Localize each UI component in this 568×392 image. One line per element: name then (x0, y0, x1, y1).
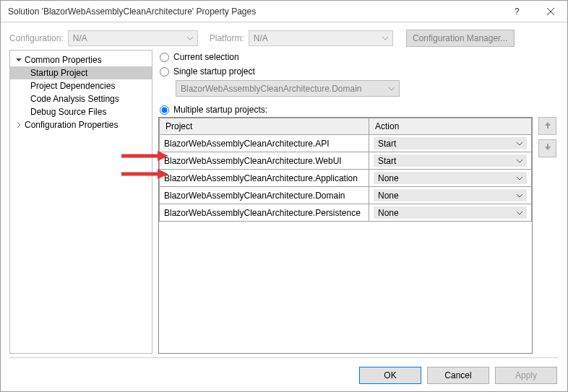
platform-label: Platform: (210, 33, 244, 43)
tree-item-project-dependencies[interactable]: Project Dependencies (10, 79, 152, 92)
chevron-down-icon (382, 33, 388, 43)
col-header-action[interactable]: Action (369, 118, 532, 135)
action-value: Start (378, 139, 396, 149)
platform-combo: N/A (249, 30, 393, 46)
action-combo[interactable]: None (374, 172, 527, 184)
action-combo[interactable]: None (374, 206, 527, 219)
radio-label: Single startup project (173, 66, 255, 77)
startup-projects-grid[interactable]: Project Action BlazorWebAssemblyCleanArc… (158, 117, 533, 354)
action-combo[interactable]: None (374, 189, 527, 201)
navigation-tree[interactable]: Common Properties Startup Project Projec… (9, 50, 152, 354)
radio-multiple-startup[interactable]: Multiple startup projects: (158, 103, 559, 117)
tree-item-label: Startup Project (29, 68, 87, 78)
expander-closed-icon[interactable] (14, 121, 23, 129)
single-startup-value: BlazorWebAssemblyCleanArchitecture.Domai… (181, 84, 362, 94)
platform-combo-value: N/A (254, 33, 268, 43)
tree-node-configproperties[interactable]: Configuration Properties (10, 118, 152, 131)
separator (9, 357, 559, 358)
cell-project[interactable]: BlazorWebAssemblyCleanArchitecture.API (160, 135, 369, 152)
cell-project[interactable]: BlazorWebAssemblyCleanArchitecture.Domai… (160, 187, 369, 204)
single-startup-combo: BlazorWebAssemblyCleanArchitecture.Domai… (176, 80, 400, 97)
window-title: Solution 'BlazorWebAssemblyCleanArchitec… (8, 6, 501, 17)
action-value: Start (378, 156, 396, 166)
chevron-down-icon (389, 84, 395, 94)
radio-input[interactable] (160, 53, 169, 62)
tree-item-debug-source[interactable]: Debug Source Files (10, 105, 152, 118)
configuration-label: Configuration: (9, 33, 64, 43)
radio-label: Multiple startup projects: (173, 105, 267, 115)
chevron-down-icon (517, 139, 522, 149)
tree-item-label: Code Analysis Settings (29, 94, 119, 104)
tree-node-label: Common Properties (23, 55, 102, 65)
chevron-down-icon (517, 173, 522, 183)
expander-open-icon[interactable] (14, 56, 23, 64)
cancel-label: Cancel (444, 370, 471, 380)
chevron-down-icon (517, 156, 522, 166)
apply-button: Apply (495, 367, 557, 384)
ok-button[interactable]: OK (359, 367, 421, 384)
radio-input[interactable] (160, 105, 169, 115)
configuration-manager-button: Configuration Manager... (406, 30, 515, 47)
col-header-project[interactable]: Project (160, 118, 369, 135)
action-value: None (378, 208, 399, 218)
table-row[interactable]: BlazorWebAssemblyCleanArchitecture.Persi… (160, 204, 532, 222)
close-button[interactable] (534, 1, 567, 22)
cancel-button[interactable]: Cancel (427, 367, 489, 384)
radio-current-selection[interactable]: Current selection (158, 50, 559, 64)
configuration-combo-value: N/A (73, 33, 87, 43)
tree-item-startup-project[interactable]: Startup Project (10, 66, 152, 79)
chevron-down-icon (517, 191, 522, 201)
tree-item-label: Project Dependencies (29, 81, 115, 91)
chevron-down-icon (517, 208, 522, 218)
cell-project[interactable]: BlazorWebAssemblyCleanArchitecture.WebUI (160, 152, 369, 170)
move-up-button[interactable] (538, 117, 556, 135)
configuration-manager-label: Configuration Manager... (413, 33, 507, 43)
table-row[interactable]: BlazorWebAssemblyCleanArchitecture.API S… (160, 135, 532, 152)
action-combo[interactable]: Start (374, 137, 527, 149)
tree-item-code-analysis[interactable]: Code Analysis Settings (10, 92, 152, 105)
cell-project[interactable]: BlazorWebAssemblyCleanArchitecture.Appli… (160, 170, 369, 187)
move-down-button[interactable] (538, 139, 556, 157)
action-value: None (378, 173, 399, 183)
radio-label: Current selection (173, 52, 239, 62)
table-row[interactable]: BlazorWebAssemblyCleanArchitecture.Domai… (160, 187, 532, 204)
table-row[interactable]: BlazorWebAssemblyCleanArchitecture.Appli… (160, 170, 532, 187)
apply-label: Apply (515, 370, 537, 380)
chevron-down-icon (187, 33, 193, 43)
arrow-down-icon (543, 143, 552, 154)
arrow-up-icon (543, 121, 552, 131)
tree-node-common[interactable]: Common Properties (10, 53, 152, 66)
table-row[interactable]: BlazorWebAssemblyCleanArchitecture.WebUI… (160, 152, 532, 170)
ok-label: OK (384, 370, 396, 380)
radio-input[interactable] (160, 67, 169, 77)
radio-single-startup[interactable]: Single startup project (158, 64, 559, 79)
help-button[interactable]: ? (501, 1, 534, 22)
action-value: None (378, 191, 399, 201)
cell-project[interactable]: BlazorWebAssemblyCleanArchitecture.Persi… (160, 204, 369, 222)
tree-item-label: Debug Source Files (29, 107, 106, 117)
action-combo[interactable]: Start (374, 154, 527, 167)
configuration-combo: N/A (68, 30, 198, 46)
tree-node-label: Configuration Properties (23, 120, 118, 130)
svg-text:?: ? (515, 8, 520, 15)
